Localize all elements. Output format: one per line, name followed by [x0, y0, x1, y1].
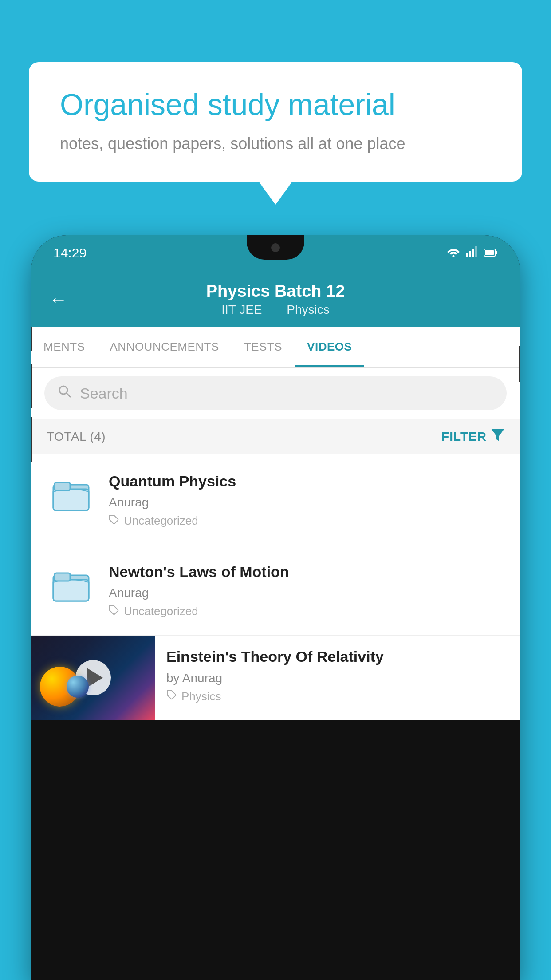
video-title-2: Newton's Laws of Motion	[109, 562, 504, 581]
volume-down-button	[31, 417, 32, 462]
svg-rect-13	[55, 482, 70, 490]
header-center: Physics Batch 12 IIT JEE Physics	[206, 282, 345, 317]
svg-rect-6	[496, 251, 497, 254]
tab-announcements[interactable]: ANNOUNCEMENTS	[98, 327, 232, 367]
header-subtitle: IIT JEE Physics	[206, 303, 345, 317]
list-item[interactable]: Newton's Laws of Motion Anurag Uncategor…	[31, 545, 520, 636]
video-author-1: Anurag	[109, 495, 504, 510]
list-item[interactable]: Quantum Physics Anurag Uncategorized	[31, 454, 520, 545]
front-camera	[271, 243, 280, 252]
svg-rect-2	[469, 251, 471, 257]
tab-videos[interactable]: VIDEOS	[295, 327, 364, 367]
bubble-subtitle: notes, question papers, solutions all at…	[60, 133, 491, 155]
tabs-bar: MENTS ANNOUNCEMENTS TESTS VIDEOS	[31, 327, 520, 368]
volume-up-button	[31, 364, 32, 408]
phone-notch	[247, 235, 304, 260]
battery-icon	[484, 246, 498, 260]
svg-rect-7	[485, 250, 494, 255]
svg-rect-4	[475, 246, 477, 257]
speech-bubble: Organised study material notes, question…	[29, 62, 522, 182]
search-icon	[58, 384, 72, 402]
header-subtitle-physics: Physics	[287, 303, 329, 316]
tab-tests[interactable]: TESTS	[232, 327, 295, 367]
svg-line-9	[67, 393, 71, 397]
tag-icon-1	[109, 514, 119, 528]
space-orb2-decoration	[67, 676, 89, 698]
search-bar[interactable]: Search	[44, 376, 507, 410]
status-time: 14:29	[53, 245, 87, 261]
video-tag-label-3: Physics	[181, 690, 221, 703]
video-title-3: Einstein's Theory Of Relativity	[166, 647, 509, 666]
video-info-1: Quantum Physics Anurag Uncategorized	[109, 471, 504, 528]
app-header: ← Physics Batch 12 IIT JEE Physics	[31, 271, 520, 327]
back-button[interactable]: ←	[49, 289, 67, 310]
svg-rect-16	[53, 580, 89, 601]
video-tag-label-2: Uncategorized	[124, 605, 198, 618]
tag-icon-3	[166, 690, 177, 703]
svg-rect-12	[53, 489, 89, 510]
svg-marker-10	[491, 429, 504, 441]
svg-rect-1	[466, 253, 468, 257]
header-title: Physics Batch 12	[206, 282, 345, 301]
video-author-2: Anurag	[109, 586, 504, 600]
video-folder-icon-1	[47, 471, 95, 520]
bubble-title: Organised study material	[60, 87, 491, 123]
search-bar-container: Search	[31, 368, 520, 419]
video-tag-2: Uncategorized	[109, 605, 504, 618]
phone-frame: 14:29	[31, 235, 520, 980]
video-folder-icon-2	[47, 562, 95, 611]
status-icons	[446, 246, 498, 260]
video-info-2: Newton's Laws of Motion Anurag Uncategor…	[109, 562, 504, 618]
filter-button[interactable]: FILTER	[441, 429, 504, 444]
filter-bar: TOTAL (4) FILTER	[31, 419, 520, 454]
status-bar: 14:29	[31, 235, 520, 271]
power-button	[519, 346, 520, 382]
speech-bubble-container: Organised study material notes, question…	[29, 62, 522, 182]
total-count: TOTAL (4)	[47, 430, 106, 444]
svg-point-0	[453, 255, 455, 257]
video-title-1: Quantum Physics	[109, 471, 504, 491]
svg-point-8	[59, 386, 67, 394]
search-placeholder: Search	[80, 385, 128, 402]
header-subtitle-iitjee: IIT JEE	[221, 303, 262, 316]
video-list: Quantum Physics Anurag Uncategorized	[31, 454, 520, 720]
svg-rect-17	[55, 573, 70, 581]
wifi-icon	[446, 246, 460, 260]
filter-label: FILTER	[441, 430, 487, 444]
video-tag-label-1: Uncategorized	[124, 514, 198, 528]
video-tag-1: Uncategorized	[109, 514, 504, 528]
video-thumbnail-3	[31, 636, 155, 720]
signal-icon	[466, 246, 478, 260]
filter-icon	[491, 429, 504, 444]
tag-icon-2	[109, 605, 119, 618]
tab-documents[interactable]: MENTS	[31, 327, 98, 367]
list-item[interactable]: Einstein's Theory Of Relativity by Anura…	[31, 636, 520, 720]
video-tag-3: Physics	[166, 690, 509, 703]
play-triangle-icon	[87, 668, 103, 688]
video-author-3: by Anurag	[166, 671, 509, 685]
svg-rect-3	[472, 249, 474, 257]
video-info-3: Einstein's Theory Of Relativity by Anura…	[155, 636, 520, 714]
